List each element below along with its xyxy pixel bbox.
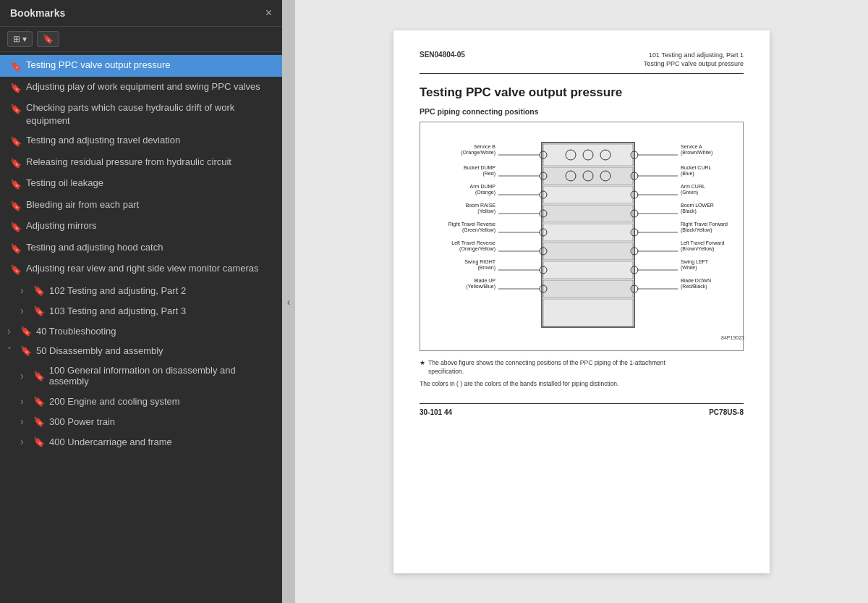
section-102[interactable]: 🔖 102 Testing and adjusting, Part 2	[0, 280, 282, 300]
section-300-label: 300 Power train	[49, 416, 115, 427]
bookmark-icon-active: 🔖	[10, 60, 22, 73]
svg-text:Boom LOWER: Boom LOWER	[681, 203, 714, 208]
svg-text:(Red/Black): (Red/Black)	[681, 284, 707, 290]
bookmark-item-releasing[interactable]: 🔖 Releasing residual pressure from hydra…	[0, 152, 282, 174]
bookmark-label: Adjusting mirrors	[26, 219, 275, 232]
sidebar-list: 🔖 Testing PPC valve output pressure 🔖 Ad…	[0, 52, 282, 603]
chevron-icon-200	[20, 395, 29, 407]
bookmark-label: Checking parts which cause hydraulic dri…	[26, 101, 275, 127]
svg-text:(White): (White)	[681, 265, 697, 271]
close-button[interactable]: ×	[265, 7, 272, 19]
doc-subtitle: PPC piping connecting positions	[420, 107, 744, 116]
section-50[interactable]: 🔖 50 Disassembly and assembly	[0, 341, 282, 360]
bookmark-section-icon-300: 🔖	[33, 416, 45, 427]
chevron-icon-300	[20, 416, 29, 427]
svg-text:(Yellow/Blue): (Yellow/Blue)	[466, 284, 495, 290]
doc-footer: 30-101 44 PC78US-8	[420, 403, 744, 416]
svg-text:Right Travel Forward: Right Travel Forward	[681, 222, 728, 227]
section-103[interactable]: 🔖 103 Testing and adjusting, Part 3	[0, 300, 282, 321]
svg-text:Arm CURL: Arm CURL	[681, 184, 705, 189]
svg-text:Blade UP: Blade UP	[474, 278, 495, 283]
collapse-handle[interactable]: ‹	[282, 0, 295, 603]
collapse-arrow-icon: ‹	[287, 296, 291, 308]
svg-text:(Brown): (Brown)	[477, 265, 495, 271]
bookmark-icon-9: 🔖	[10, 263, 22, 277]
svg-text:(Yellow): (Yellow)	[477, 208, 495, 214]
section-103-label: 103 Testing and adjusting, Part 3	[49, 305, 186, 316]
bookmark-item-checking-parts[interactable]: 🔖 Checking parts which cause hydraulic d…	[0, 98, 282, 130]
doc-footer-left: 30-101 44	[420, 408, 452, 416]
grid-icon: ⊞	[13, 34, 20, 44]
sidebar-title: Bookmarks	[10, 7, 65, 19]
bookmark-icon-6: 🔖	[10, 200, 22, 213]
svg-text:Left Travel Forward: Left Travel Forward	[681, 240, 724, 245]
page-viewer: SEN04804-05 101 Testing and adjusting, P…	[295, 0, 868, 603]
svg-text:Service B: Service B	[474, 144, 495, 149]
svg-text:Left Travel Reverse: Left Travel Reverse	[451, 240, 495, 245]
star-symbol: ★	[420, 358, 425, 377]
svg-rect-4	[543, 205, 633, 222]
bookmark-label: Releasing residual pressure from hydraul…	[26, 156, 275, 169]
doc-header-id: SEN04804-05	[420, 51, 465, 59]
svg-text:Swing RIGHT: Swing RIGHT	[464, 259, 496, 265]
chevron-icon-40	[7, 325, 16, 337]
bookmark-icon-7: 🔖	[10, 221, 22, 234]
bookmark-icon-5: 🔖	[10, 178, 22, 191]
svg-rect-7	[543, 261, 633, 279]
svg-text:Bucket DUMP: Bucket DUMP	[464, 165, 495, 170]
svg-text:(Red): (Red)	[482, 171, 495, 177]
svg-text:(Orange/Yellow): (Orange/Yellow)	[459, 246, 495, 252]
chevron-icon-103	[20, 305, 29, 316]
bookmark-label: Testing and adjusting travel deviation	[26, 134, 275, 147]
svg-text:Right Travel Reverse: Right Travel Reverse	[448, 222, 495, 227]
doc-footer-right: PC78US-8	[709, 408, 744, 416]
bookmark-item-testing-hood[interactable]: 🔖 Testing and adjusting hood catch	[0, 237, 282, 259]
bookmark-label: Adjusting rear view and right side view …	[26, 262, 275, 275]
chevron-icon-102	[20, 284, 29, 296]
svg-text:Blade DOWN: Blade DOWN	[681, 278, 711, 283]
chevron-icon-400	[20, 436, 29, 447]
section-300-power[interactable]: 🔖 300 Power train	[0, 411, 282, 431]
sidebar-toolbar: ⊞ ▾ 🔖	[0, 27, 282, 52]
svg-text:(Blue): (Blue)	[681, 171, 694, 177]
dropdown-icon: ▾	[22, 34, 27, 44]
bookmark-section-icon-102: 🔖	[33, 285, 45, 296]
svg-text:Service A: Service A	[681, 144, 702, 149]
section-100-gen[interactable]: 🔖 100 General information on disassembly…	[0, 360, 282, 391]
bookmark-item-testing-oil[interactable]: 🔖 Testing oil leakage	[0, 173, 282, 195]
main-content: ‹ SEN04804-05 101 Testing and adjusting,…	[282, 0, 868, 603]
section-50-label: 50 Disassembly and assembly	[36, 345, 163, 356]
bookmark-icon-3: 🔖	[10, 135, 22, 148]
section-400-under[interactable]: 🔖 400 Undercarriage and frame	[0, 431, 282, 452]
svg-text:(Green): (Green)	[681, 190, 698, 195]
doc-header-section-line2: Testing PPC valve output pressure	[644, 59, 744, 69]
svg-text:(Black/Yellow): (Black/Yellow)	[681, 227, 712, 233]
note-colors-text: The colors in ( ) are the colors of the …	[420, 379, 694, 389]
svg-rect-9	[543, 299, 633, 326]
section-200-engine[interactable]: 🔖 200 Engine and cooling system	[0, 391, 282, 411]
doc-note-star: ★ The above figure shows the connecting …	[420, 358, 694, 377]
svg-rect-5	[543, 224, 633, 241]
svg-rect-8	[543, 280, 633, 298]
section-102-label: 102 Testing and adjusting, Part 2	[49, 285, 186, 296]
bookmark-view-button[interactable]: 🔖	[37, 31, 59, 47]
doc-title: Testing PPC valve output pressure	[420, 85, 744, 100]
svg-text:84P19023: 84P19023	[721, 335, 744, 340]
bookmark-item-bleeding-air[interactable]: 🔖 Bleeding air from each part	[0, 195, 282, 216]
section-40[interactable]: 🔖 40 Troubleshooting	[0, 321, 282, 341]
sidebar-header: Bookmarks ×	[0, 0, 282, 27]
bookmark-item-testing-ppc[interactable]: 🔖 Testing PPC valve output pressure	[0, 55, 282, 77]
svg-rect-2	[543, 167, 633, 185]
sidebar: Bookmarks × ⊞ ▾ 🔖 🔖 Testing PPC valve ou…	[0, 0, 282, 603]
chevron-icon-100	[20, 370, 29, 381]
bookmark-item-adjusting-play[interactable]: 🔖 Adjusting play of work equipment and s…	[0, 77, 282, 98]
svg-text:Bucket CURL: Bucket CURL	[681, 165, 712, 170]
grid-view-button[interactable]: ⊞ ▾	[7, 31, 33, 47]
bookmark-item-testing-travel[interactable]: 🔖 Testing and adjusting travel deviation	[0, 130, 282, 152]
bookmark-section-icon-103: 🔖	[33, 305, 45, 316]
bookmark-item-adjusting-rear[interactable]: 🔖 Adjusting rear view and right side vie…	[0, 258, 282, 280]
svg-text:(Orange): (Orange)	[475, 190, 495, 195]
doc-header-section-line1: 101 Testing and adjusting, Part 1	[644, 51, 744, 60]
section-40-label: 40 Troubleshooting	[36, 326, 116, 337]
bookmark-item-adjusting-mirrors[interactable]: 🔖 Adjusting mirrors	[0, 216, 282, 237]
